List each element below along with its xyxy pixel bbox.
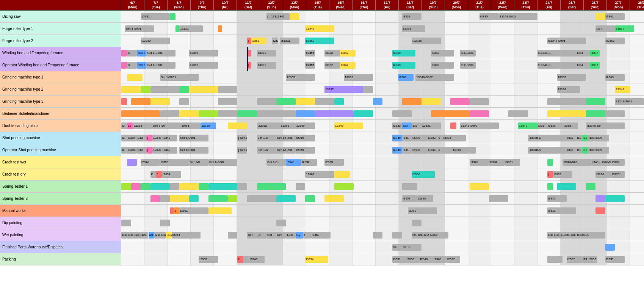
cell bbox=[561, 35, 584, 47]
cell bbox=[537, 193, 561, 204]
cell bbox=[422, 253, 445, 265]
cell bbox=[191, 241, 214, 253]
cell bbox=[445, 144, 468, 156]
cell bbox=[630, 181, 644, 192]
cell bbox=[445, 253, 468, 265]
date-col-12: 18/7(Sat) bbox=[399, 0, 422, 10]
table-row: Grinding machine type 1Set 1-S0011235513… bbox=[0, 71, 644, 83]
cell bbox=[445, 205, 468, 217]
cell bbox=[584, 132, 607, 144]
cell bbox=[561, 83, 584, 95]
cell bbox=[306, 83, 329, 95]
cell bbox=[630, 144, 644, 156]
cell bbox=[561, 156, 584, 168]
cells-bg-3 bbox=[121, 47, 644, 59]
cell bbox=[260, 156, 283, 168]
cell bbox=[630, 229, 644, 241]
cell bbox=[514, 156, 537, 168]
cell bbox=[306, 168, 329, 180]
cell bbox=[144, 108, 168, 119]
cell bbox=[260, 23, 283, 35]
table-row: Grinding machine type 313348-S001 bbox=[0, 96, 644, 108]
cell bbox=[561, 120, 584, 132]
cell bbox=[537, 35, 561, 47]
cell bbox=[537, 59, 561, 71]
table-row: Wet paintingI313I333313S121I21I212I212I2… bbox=[0, 229, 644, 241]
gantt-container: 6/7(Mon)7/7(Tue)8/7(Wed)9/7(Thu)10/7(Fri… bbox=[0, 0, 644, 265]
cell bbox=[168, 71, 191, 83]
cell bbox=[399, 23, 422, 35]
date-col-0: 6/7(Mon) bbox=[121, 0, 144, 10]
cell bbox=[237, 59, 260, 71]
cell bbox=[537, 83, 561, 95]
table-row: Operator Shot peening machineI2I3334S12|… bbox=[0, 144, 644, 156]
date-col-14: 20/7(Mon) bbox=[445, 0, 468, 10]
cell bbox=[237, 11, 260, 22]
cell bbox=[306, 253, 329, 265]
row-cells-5: Set 1-S0011235513333I236013348-S00213335… bbox=[121, 71, 644, 83]
cell bbox=[353, 168, 376, 180]
cell bbox=[283, 108, 306, 119]
cell bbox=[168, 120, 191, 132]
cell bbox=[191, 181, 214, 192]
cell bbox=[422, 229, 445, 241]
cell bbox=[353, 71, 376, 83]
cell bbox=[399, 59, 422, 71]
table-row: Dip painting bbox=[0, 217, 644, 229]
cells-bg-14 bbox=[121, 181, 644, 192]
table-row: Spring Tester 2I2356I2348I3335 bbox=[0, 193, 644, 205]
cell bbox=[468, 23, 491, 35]
cell bbox=[537, 217, 561, 229]
cell bbox=[214, 132, 237, 144]
cell bbox=[260, 241, 283, 253]
row-label-1: Forge roller type 1 bbox=[0, 23, 121, 35]
cell bbox=[144, 241, 168, 253]
row-label-13: Crack test dry bbox=[0, 168, 121, 180]
cell bbox=[237, 217, 260, 229]
row-label-4: Operator Winding bed and Tempering furna… bbox=[0, 59, 121, 71]
cell bbox=[422, 181, 445, 192]
cell bbox=[561, 132, 584, 144]
cell bbox=[353, 35, 376, 47]
cell bbox=[537, 253, 561, 265]
cell bbox=[607, 132, 630, 144]
cell bbox=[445, 59, 468, 71]
cell bbox=[514, 47, 537, 59]
cell bbox=[399, 181, 422, 192]
cell bbox=[561, 241, 584, 253]
cell bbox=[468, 253, 491, 265]
cell bbox=[329, 156, 353, 168]
cell bbox=[353, 217, 376, 229]
cell bbox=[630, 23, 644, 35]
row-label-14: Spring Tester 1 bbox=[0, 181, 121, 192]
dates-header: 6/7(Mon)7/7(Tue)8/7(Wed)9/7(Thu)10/7(Fri… bbox=[121, 0, 644, 10]
date-col-17: 23/7(Thu) bbox=[514, 0, 537, 10]
cell bbox=[422, 11, 445, 22]
cell bbox=[144, 11, 168, 22]
cell bbox=[399, 168, 422, 180]
row-cells-17 bbox=[121, 217, 644, 229]
cell bbox=[630, 253, 644, 265]
cells-bg-4 bbox=[121, 59, 644, 71]
row-label-11: Operator Shot peening machine bbox=[0, 144, 121, 156]
cell bbox=[329, 96, 353, 107]
cell bbox=[283, 11, 306, 22]
cell bbox=[191, 83, 214, 95]
cell bbox=[329, 83, 353, 95]
cell bbox=[329, 59, 353, 71]
cell bbox=[537, 241, 561, 253]
cell bbox=[237, 83, 260, 95]
cell bbox=[237, 23, 260, 35]
cell bbox=[144, 181, 168, 192]
cell bbox=[514, 132, 537, 144]
cell bbox=[191, 23, 214, 35]
row-label-8: Bediener Scheleifmaschinen bbox=[0, 108, 121, 119]
cell bbox=[584, 71, 607, 83]
cell bbox=[584, 83, 607, 95]
cell bbox=[121, 217, 144, 229]
cell bbox=[144, 120, 168, 132]
cell bbox=[376, 120, 399, 132]
cell bbox=[561, 253, 584, 265]
date-col-21: 27/7(Mon) bbox=[607, 0, 630, 10]
cell bbox=[260, 193, 283, 204]
